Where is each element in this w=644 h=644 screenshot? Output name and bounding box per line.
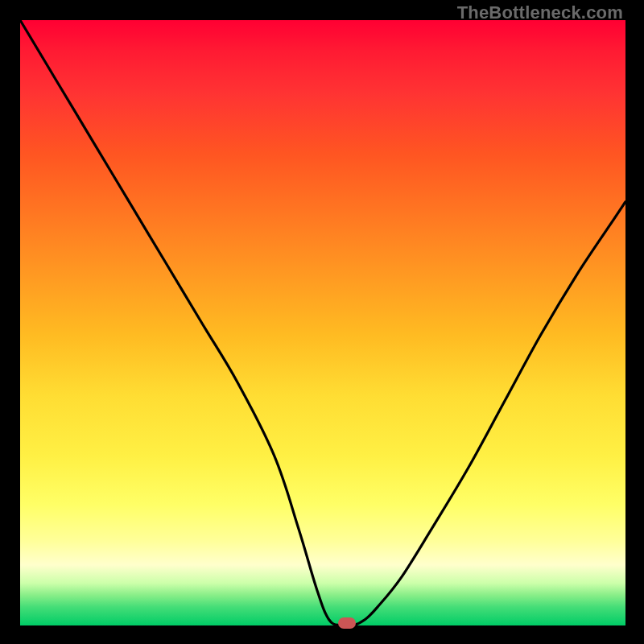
chart-plot-area: [20, 20, 625, 625]
watermark-text: TheBottleneck.com: [457, 2, 623, 23]
optimal-marker: [338, 617, 356, 629]
